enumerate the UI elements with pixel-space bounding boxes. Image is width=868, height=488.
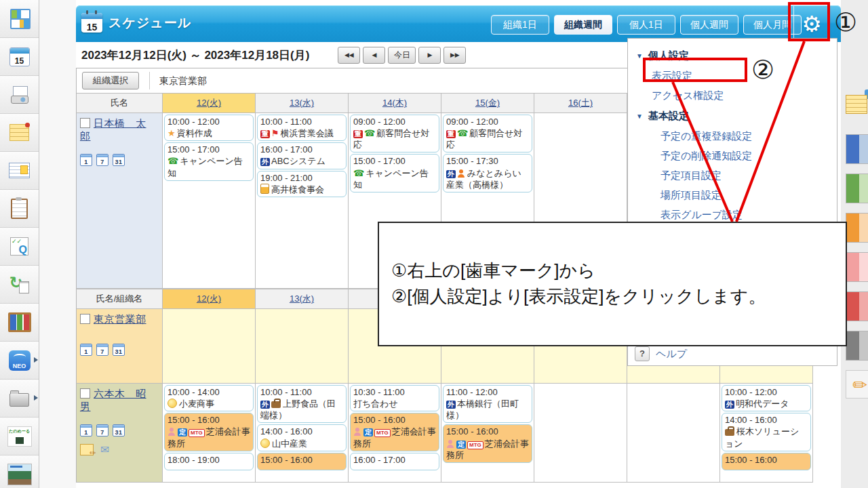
event-card[interactable]: 10:30 - 11:00打ち合わせ bbox=[350, 385, 439, 411]
member-checkbox[interactable] bbox=[80, 118, 90, 128]
event-card[interactable]: 16:00 - 17:00 bbox=[350, 453, 439, 470]
day-cell[interactable] bbox=[163, 309, 256, 384]
menu-item-表示設定[interactable]: 表示設定 bbox=[628, 66, 837, 86]
settings-gear-button[interactable]: ⚙ bbox=[793, 6, 829, 41]
event-card[interactable]: 10:00 - 12:00外明和代データ bbox=[722, 385, 811, 411]
expand-arrow-icon[interactable] bbox=[34, 357, 38, 363]
view-button[interactable]: 組織週間 bbox=[554, 15, 612, 35]
day-cell[interactable] bbox=[534, 384, 627, 483]
palette-item-note[interactable] bbox=[846, 95, 868, 125]
palette-item-gray[interactable] bbox=[846, 331, 868, 361]
event-card[interactable]: 18:00 - 19:00 bbox=[164, 453, 254, 470]
event-time: 15:00 - 17:00 bbox=[353, 155, 436, 167]
palette-item-blue[interactable] bbox=[846, 134, 868, 165]
menu-group-個人設定[interactable]: ▼個人設定 bbox=[628, 45, 837, 66]
day-cell[interactable]: 10:30 - 11:00打ち合わせ15:00 - 16:00定MTG芝浦会計事… bbox=[349, 384, 441, 483]
org-select-button[interactable]: 組織選択 bbox=[82, 72, 139, 89]
event-card[interactable]: 15:00 - 17:00☎キャンペーン告知 bbox=[164, 142, 254, 180]
mini-calendar-icon-7[interactable]: 7 bbox=[96, 344, 108, 356]
view-button[interactable]: 個人1日 bbox=[617, 15, 675, 35]
mail-icon[interactable]: ✉ bbox=[100, 444, 110, 455]
sidebar-item-folder[interactable] bbox=[0, 380, 39, 418]
day-link[interactable]: 15(金) bbox=[475, 97, 500, 109]
event-card[interactable]: 15:00 - 17:00☎キャンペーン告知 bbox=[350, 154, 439, 192]
menu-item-アクセス権設定[interactable]: アクセス権設定 bbox=[628, 86, 837, 106]
sidebar-item-portal[interactable] bbox=[0, 0, 39, 38]
mini-calendar-icon-31[interactable]: 31 bbox=[113, 344, 125, 356]
sidebar-item-memo[interactable] bbox=[0, 114, 39, 152]
day-cell[interactable]: 10:00 - 12:00★資料作成15:00 - 17:00☎キャンペーン告知 bbox=[163, 113, 256, 289]
event-card[interactable]: 16:00 - 17:00外ABCシステム bbox=[257, 142, 347, 169]
event-card[interactable]: 15:00 - 17:30外みなとみらい産業（高橋様） bbox=[443, 154, 532, 192]
event-card[interactable]: 09:00 - 12:00重☎顧客問合せ対応 bbox=[443, 115, 532, 152]
member-checkbox[interactable] bbox=[80, 314, 90, 324]
mini-calendar-icon-7[interactable]: 7 bbox=[96, 424, 108, 436]
day-cell[interactable] bbox=[256, 309, 349, 384]
nav-button-first-week[interactable]: ◀◀ bbox=[338, 47, 360, 64]
event-card[interactable]: 15:00 - 16:00定MTG芝浦会計事務所 bbox=[350, 413, 439, 451]
day-cell[interactable]: 11:00 - 12:00外本橋銀行（田町様）15:00 - 16:00定MTG… bbox=[441, 384, 534, 483]
day-link[interactable]: 12(火) bbox=[197, 293, 221, 305]
palette-item-orange[interactable] bbox=[846, 213, 868, 243]
mini-calendar-icon-1[interactable]: 1 bbox=[80, 344, 92, 356]
help-label: ヘルプ bbox=[656, 348, 687, 361]
menu-item-予定の削除通知設定[interactable]: 予定の削除通知設定 bbox=[628, 146, 837, 166]
sidebar-item-ad-tanomeru[interactable]: たのめーる bbox=[0, 418, 39, 455]
expand-arrow-icon[interactable] bbox=[34, 395, 38, 401]
sidebar-item-facility[interactable] bbox=[0, 76, 39, 114]
palette-item-green[interactable] bbox=[846, 174, 868, 204]
palette-item-red[interactable] bbox=[846, 291, 868, 322]
member-checkbox[interactable] bbox=[80, 388, 90, 399]
event-card[interactable]: 10:00 - 11:00外上野食品（田端様） bbox=[257, 385, 347, 423]
event-card[interactable]: 15:00 - 16:00定MTG芝浦会計事務所 bbox=[164, 413, 254, 451]
mini-calendar-icon-7[interactable]: 7 bbox=[96, 154, 108, 166]
menu-item-場所項目設定[interactable]: 場所項目設定 bbox=[628, 186, 837, 205]
mini-calendar-icon-1[interactable]: 1 bbox=[80, 154, 92, 166]
menu-item-予定項目設定[interactable]: 予定項目設定 bbox=[628, 166, 837, 186]
day-cell[interactable]: 10:00 - 14:00小麦商事15:00 - 16:00定MTG芝浦会計事務… bbox=[163, 384, 256, 483]
sidebar-item-cabinet[interactable] bbox=[0, 304, 39, 342]
sidebar-item-workflow[interactable] bbox=[0, 266, 39, 304]
event-card[interactable]: 19:00 - 21:00高井様食事会 bbox=[257, 171, 347, 197]
day-link[interactable]: 16(土) bbox=[568, 97, 593, 109]
nav-button-prev-week[interactable]: ◀ bbox=[363, 47, 385, 64]
sidebar-item-document[interactable] bbox=[0, 190, 39, 228]
day-link[interactable]: 13(水) bbox=[290, 293, 314, 305]
nav-button-next-week[interactable]: ▶ bbox=[418, 47, 441, 64]
menu-item-予定の重複登録設定[interactable]: 予定の重複登録設定 bbox=[628, 127, 837, 146]
day-cell[interactable]: 10:00 - 11:00重⚑横浜営業会議16:00 - 17:00外ABCシス… bbox=[256, 113, 349, 289]
day-cell[interactable] bbox=[627, 384, 720, 483]
day-link[interactable]: 14(木) bbox=[382, 97, 407, 109]
event-card[interactable]: 10:00 - 12:00★資料作成 bbox=[164, 115, 254, 141]
sidebar-item-neo[interactable]: NEO bbox=[0, 342, 39, 380]
day-link[interactable]: 12(火) bbox=[197, 97, 221, 109]
day-cell[interactable]: 10:00 - 11:00外上野食品（田端様）14:00 - 16:00山中産業… bbox=[256, 384, 349, 483]
event-card[interactable]: 09:00 - 12:00重☎顧客問合せ対応 bbox=[350, 115, 439, 152]
member-name-link[interactable]: 東京営業部 bbox=[94, 313, 146, 325]
sidebar-item-ad-banner[interactable] bbox=[0, 455, 39, 488]
palette-item-pink[interactable] bbox=[846, 252, 868, 283]
event-card[interactable]: 10:00 - 14:00小麦商事 bbox=[164, 385, 254, 411]
mini-calendar-icon-31[interactable]: 31 bbox=[113, 424, 125, 436]
nav-button-today[interactable]: 今日 bbox=[388, 47, 416, 64]
sidebar-item-todo[interactable] bbox=[0, 228, 39, 266]
event-card[interactable]: 10:00 - 11:00重⚑横浜営業会議 bbox=[257, 115, 347, 141]
day-cell[interactable]: 10:00 - 12:00外明和代データ14:00 - 16:00桜木ソリューシ… bbox=[720, 384, 813, 483]
nav-button-last-week[interactable]: ▶▶ bbox=[443, 47, 466, 64]
sidebar-item-bulletin[interactable] bbox=[0, 152, 39, 190]
view-button[interactable]: 組織1日 bbox=[491, 15, 549, 35]
view-button[interactable]: 個人週間 bbox=[680, 15, 738, 35]
day-link[interactable]: 13(水) bbox=[290, 97, 314, 109]
sidebar-item-schedule[interactable]: 15 bbox=[0, 38, 39, 76]
event-card[interactable]: 11:00 - 12:00外本橋銀行（田町様） bbox=[443, 385, 532, 423]
mini-calendar-icon-31[interactable]: 31 bbox=[113, 154, 125, 166]
menu-group-基本設定[interactable]: ▼基本設定 bbox=[628, 106, 837, 127]
event-card[interactable]: 14:00 - 16:00山中産業 bbox=[257, 424, 347, 451]
event-card[interactable]: 15:00 - 16:00定MTG芝浦会計事務所 bbox=[443, 424, 532, 462]
event-card[interactable]: 15:00 - 16:00 bbox=[722, 453, 811, 470]
event-card[interactable]: 15:00 - 16:00 bbox=[257, 453, 347, 470]
event-card[interactable]: 14:00 - 16:00桜木ソリューション bbox=[722, 413, 811, 451]
memo-edit-icon[interactable] bbox=[80, 444, 94, 455]
mini-calendar-icon-1[interactable]: 1 bbox=[80, 424, 92, 436]
palette-item-pencil[interactable]: ✏ bbox=[846, 370, 868, 401]
